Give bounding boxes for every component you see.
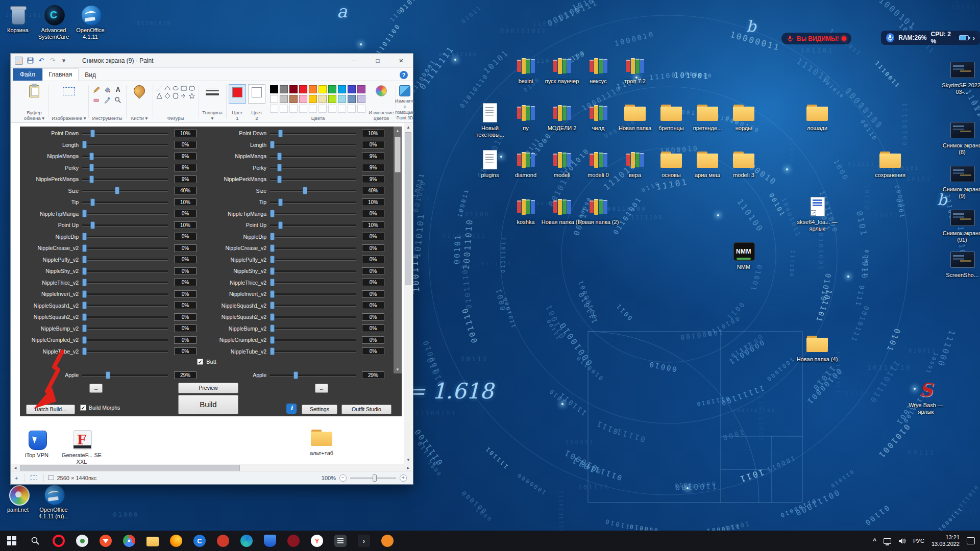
desktop-icon[interactable]: троп 7.2 (612, 55, 658, 85)
slider-value-field[interactable]: 29% (174, 371, 197, 379)
slider-track[interactable] (82, 256, 168, 263)
shape-icon[interactable] (188, 85, 196, 92)
palette-swatch[interactable] (299, 85, 307, 93)
slider-thumb[interactable] (89, 153, 94, 160)
palette-swatch[interactable] (309, 95, 317, 103)
bodyslide-scrollbar[interactable]: ▲ ▼ (394, 127, 402, 373)
slider-track[interactable] (270, 164, 356, 171)
palette-swatch[interactable] (280, 85, 288, 93)
save-button[interactable] (26, 57, 34, 65)
slider-track[interactable] (270, 267, 356, 275)
slider-value-field[interactable]: 9% (362, 176, 384, 183)
slider-track[interactable] (270, 371, 356, 379)
slider-value-field[interactable]: 40% (362, 187, 384, 194)
palette-swatch[interactable] (309, 105, 317, 113)
slider-thumb[interactable] (106, 371, 110, 379)
taskbar-app-firefox[interactable] (164, 531, 188, 551)
slider-value-field[interactable]: 0% (362, 336, 384, 344)
zoom-in-button[interactable]: + (400, 474, 407, 482)
slider-track[interactable] (82, 210, 168, 217)
color2-group[interactable]: Цвет2 (248, 83, 266, 121)
fill-bucket-icon[interactable] (102, 85, 112, 94)
slider-thumb[interactable] (82, 141, 87, 148)
slider-track[interactable] (270, 324, 356, 332)
slider-track[interactable] (82, 187, 168, 194)
image-group[interactable]: Изображение ▾ (51, 83, 87, 121)
slider-value-field[interactable]: 0% (174, 347, 197, 355)
edit-colors-group[interactable]: Изменениецветов (368, 83, 395, 121)
slider-value-field[interactable]: 0% (362, 347, 384, 355)
palette-swatch[interactable] (270, 105, 278, 113)
tab-view[interactable]: Вид (79, 69, 102, 81)
close-button[interactable]: × (389, 54, 413, 67)
palette-swatch[interactable] (328, 105, 336, 113)
slider-track[interactable] (82, 290, 168, 298)
palette-swatch[interactable] (348, 85, 356, 93)
slider-thumb[interactable] (270, 233, 275, 240)
text-tool-icon[interactable]: A (113, 85, 123, 94)
palette-swatch[interactable] (338, 105, 346, 113)
slider-value-field[interactable]: 0% (362, 313, 384, 321)
slider-track[interactable] (82, 233, 168, 240)
slider-thumb[interactable] (270, 290, 275, 298)
slider-thumb[interactable] (270, 324, 275, 332)
slider-value-field[interactable]: 0% (174, 256, 197, 263)
taskbar-app-shield[interactable] (258, 531, 282, 551)
pencil-icon[interactable] (91, 85, 102, 94)
taskbar-app-ccleaner[interactable]: C (188, 531, 211, 551)
shape-icon[interactable] (156, 85, 163, 92)
butt-checkbox[interactable]: ✓ (197, 359, 203, 365)
slider-value-field[interactable]: 0% (174, 324, 197, 332)
slider-track[interactable] (270, 153, 356, 160)
slider-value-field[interactable]: 9% (362, 164, 384, 171)
prev-preset-button[interactable]: → (89, 384, 103, 393)
slider-value-field[interactable]: 0% (174, 141, 197, 148)
slider-value-field[interactable]: 0% (362, 267, 384, 275)
slider-track[interactable] (270, 233, 356, 240)
slider-thumb[interactable] (270, 267, 275, 275)
slider-track[interactable] (82, 347, 168, 355)
magnifier-icon[interactable] (113, 95, 123, 105)
slider-value-field[interactable]: 0% (174, 279, 197, 286)
slider-thumb[interactable] (90, 221, 95, 229)
taskbar-app-opera[interactable] (47, 531, 70, 551)
slider-thumb[interactable] (293, 371, 298, 379)
color-picker-icon[interactable] (102, 95, 112, 105)
slider-value-field[interactable]: 0% (362, 290, 384, 298)
slider-track[interactable] (270, 256, 356, 263)
slider-value-field[interactable]: 0% (174, 233, 197, 240)
slider-value-field[interactable]: 0% (174, 290, 197, 298)
slider-track[interactable] (270, 302, 356, 309)
slider-track[interactable] (270, 176, 356, 183)
desktop-icon[interactable]: сохранения (867, 149, 913, 179)
desktop-icon[interactable]: альт+таб (299, 427, 345, 457)
palette-swatch[interactable] (289, 85, 298, 93)
search-button[interactable] (23, 531, 47, 551)
slider-track[interactable] (270, 130, 356, 137)
microphone-icon[interactable] (886, 33, 894, 42)
scrollbar-thumb[interactable] (20, 465, 240, 471)
scroll-down-icon[interactable]: ▼ (404, 456, 412, 464)
slider-track[interactable] (270, 347, 356, 355)
slider-thumb[interactable] (278, 198, 283, 206)
shape-icon[interactable] (188, 92, 196, 99)
slider-thumb[interactable] (82, 256, 87, 263)
slider-thumb[interactable] (82, 336, 87, 344)
taskbar-app-app-dark-red[interactable] (282, 531, 305, 551)
slider-thumb[interactable] (90, 198, 95, 206)
slider-track[interactable] (82, 324, 168, 332)
slider-track[interactable] (270, 336, 356, 344)
outfit-studio-button[interactable]: Outfit Studio (341, 405, 391, 414)
batch-build-button[interactable]: Batch Build... (26, 405, 75, 414)
desktop-icon[interactable]: Новая папка (4) (794, 333, 840, 363)
tab-home[interactable]: Главная (42, 68, 79, 81)
taskbar-app-app-red[interactable] (211, 531, 235, 551)
desktop-icon[interactable]: ↗skse64_loa... — ярлык (794, 196, 840, 232)
slider-track[interactable] (82, 141, 168, 148)
undo-button[interactable]: ↶ (37, 57, 45, 65)
palette-swatch[interactable] (309, 85, 317, 93)
maximize-button[interactable]: □ (366, 54, 389, 67)
slider-value-field[interactable]: 0% (174, 244, 197, 252)
slider-value-field[interactable]: 0% (362, 210, 384, 217)
slider-track[interactable] (270, 198, 356, 206)
